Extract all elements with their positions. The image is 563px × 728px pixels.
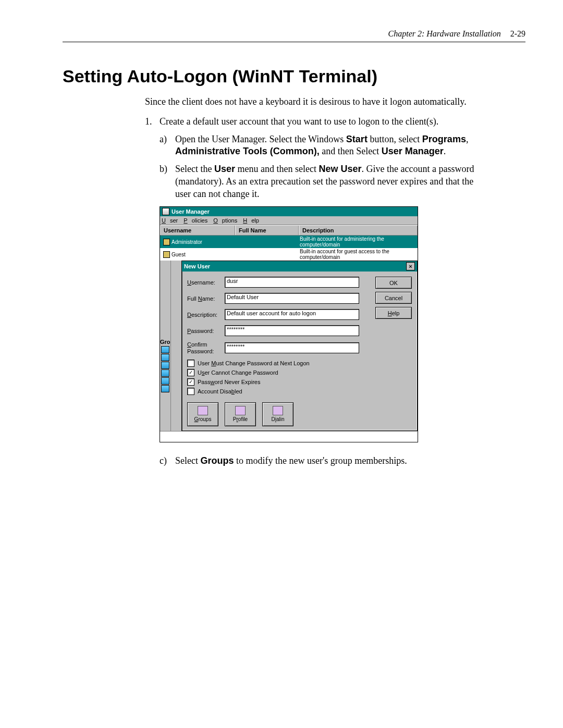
ok-button[interactable]: OK	[375, 277, 412, 289]
bold-new-user: New User	[319, 164, 361, 174]
user-icon	[163, 251, 170, 258]
checkbox-icon[interactable]	[187, 378, 194, 386]
bold-programs: Programs	[422, 134, 466, 144]
step-1c-text-1: Select	[175, 455, 200, 466]
label-password: Password:	[187, 328, 225, 334]
groups-header-truncated: Gro	[160, 339, 170, 345]
window-title: User Manager	[172, 208, 210, 215]
fullname-input[interactable]: Default User	[225, 293, 359, 304]
chapter-name: Chapter 2: Hardware Installation	[388, 29, 501, 38]
step-1c-text-2: to modify the new user's group membershi…	[234, 455, 407, 466]
checkbox-icon[interactable]	[187, 369, 194, 376]
checkbox-icon[interactable]	[187, 360, 194, 367]
groups-button[interactable]: Groups	[187, 402, 218, 426]
bold-start: Start	[346, 134, 368, 144]
user-manager-screenshot: User Manager User Policies Options Help …	[160, 206, 418, 442]
new-user-dialog: New User × OK Cancel Help Username: dusr	[181, 261, 418, 430]
label-confirm-password: ConfirmPassword:	[187, 341, 225, 354]
group-icon	[161, 385, 169, 392]
intro-paragraph: Since the client does not have a keyboar…	[145, 96, 484, 108]
close-icon[interactable]: ×	[406, 262, 415, 270]
check-must-change[interactable]: User Must Change Password at Next Logon	[187, 360, 412, 367]
cell-username: Administrator	[172, 239, 202, 245]
section-title: Setting Auto-Logon (WinNT Terminal)	[63, 66, 525, 87]
checkbox-icon[interactable]	[187, 388, 194, 395]
check-account-disabled[interactable]: Account Disabled	[187, 388, 412, 395]
step-1a: a) Open the User Manager. Select the Win…	[160, 133, 484, 158]
user-icon	[163, 239, 170, 245]
cell-description: Built-in account for administering the c…	[297, 236, 418, 248]
user-list-header: Username Full Name Description	[160, 225, 418, 236]
app-icon	[162, 208, 169, 215]
confirm-password-input[interactable]: ********	[225, 342, 359, 353]
step-1: 1. Create a default user account that yo…	[145, 116, 484, 128]
dialog-title: New User	[184, 263, 210, 269]
group-icon	[161, 354, 169, 361]
group-icon	[161, 362, 169, 369]
bold-admin-tools: Administrative Tools (Common),	[175, 146, 320, 156]
profile-button[interactable]: Profile	[225, 402, 256, 426]
user-row-administrator[interactable]: Administrator Built-in account for admin…	[160, 236, 418, 248]
check-cannot-change[interactable]: User Cannot Change Password	[187, 369, 412, 376]
step-1b-text-2: menu and then select	[235, 164, 319, 174]
col-fullname[interactable]: Full Name	[235, 226, 299, 235]
description-input[interactable]: Default user account for auto logon	[225, 309, 359, 320]
help-button[interactable]: Help	[375, 307, 412, 319]
label-description: Description:	[187, 312, 225, 318]
group-icon	[161, 369, 169, 377]
label-fullname: Full Name:	[187, 295, 225, 302]
label-username: Username:	[187, 279, 225, 286]
step-1b-text-1: Select the	[175, 164, 214, 174]
menu-help[interactable]: Help	[243, 217, 259, 224]
step-1-text: Create a default user account that you w…	[160, 116, 438, 128]
page-number: 2-29	[510, 29, 525, 38]
step-1a-text-1: Open the User Manager. Select the Window…	[175, 134, 346, 144]
menu-user[interactable]: User	[162, 217, 178, 224]
bold-user-manager: User Manager	[382, 146, 444, 156]
bold-groups: Groups	[200, 455, 234, 466]
user-row-guest[interactable]: Guest Built-in account for guest access …	[160, 248, 418, 261]
col-username[interactable]: Username	[160, 226, 235, 235]
col-description[interactable]: Description	[299, 226, 418, 235]
cell-description: Built-in account for guest access to the…	[297, 248, 418, 261]
profile-icon	[235, 406, 246, 415]
bold-user-menu: User	[214, 164, 235, 174]
step-1c: c) Select Groups to modify the new user'…	[160, 455, 484, 467]
menu-options[interactable]: Options	[213, 217, 237, 224]
cell-username: Guest	[172, 252, 186, 257]
menu-policies[interactable]: Policies	[183, 217, 207, 224]
step-1a-text-5: .	[444, 146, 446, 156]
password-input[interactable]: ********	[225, 325, 359, 336]
group-icon	[161, 346, 169, 353]
cell-fullname	[234, 236, 297, 248]
step-1a-text-3: ,	[466, 134, 469, 144]
step-1a-text-4: and then Select	[320, 146, 382, 156]
group-icon	[161, 377, 169, 385]
step-1a-text-2: button, select	[368, 134, 422, 144]
running-header: Chapter 2: Hardware Installation 2-29	[63, 29, 525, 42]
window-titlebar: User Manager	[160, 207, 418, 216]
cancel-button[interactable]: Cancel	[375, 292, 412, 304]
groups-sidebar: Gro	[160, 261, 171, 430]
menubar: User Policies Options Help	[160, 216, 418, 225]
dialin-icon	[273, 406, 283, 415]
step-1b: b) Select the User menu and then select …	[160, 163, 484, 200]
dialin-button[interactable]: Dialin	[262, 402, 293, 426]
cell-fullname	[234, 248, 297, 261]
username-input[interactable]: dusr	[225, 277, 359, 288]
groups-icon	[198, 406, 208, 415]
check-never-expires[interactable]: Password Never Expires	[187, 378, 412, 386]
dialog-titlebar: New User ×	[182, 261, 417, 272]
